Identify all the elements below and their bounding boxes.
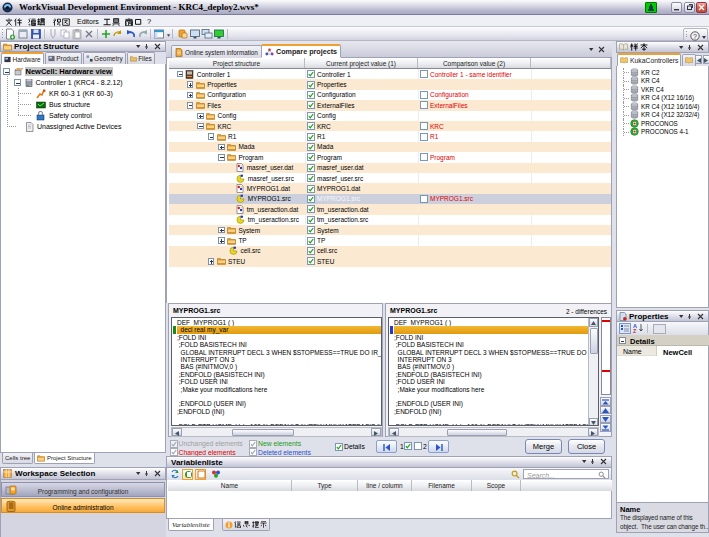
svg-text:?: ? bbox=[693, 32, 697, 39]
